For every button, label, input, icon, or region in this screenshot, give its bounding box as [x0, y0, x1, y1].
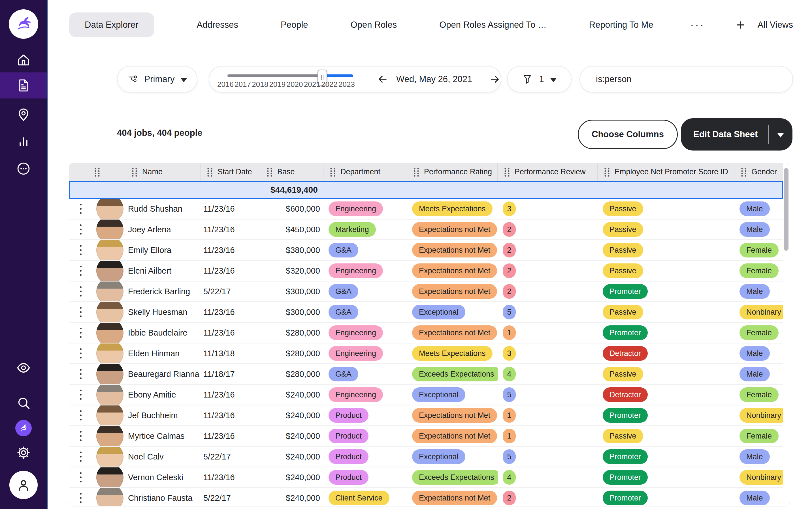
more-tabs-button[interactable]: ··· [690, 19, 705, 31]
row-menu-button[interactable] [79, 345, 83, 361]
timeline-control: 20162017201820192020202120222023 Wed, Ma… [209, 66, 501, 93]
all-views-link[interactable]: All Views [758, 20, 793, 30]
performance-rating-badge: Meets Expectations [412, 346, 493, 361]
department-badge: Product [329, 449, 369, 464]
hierarchy-view-selector[interactable]: Primary [117, 66, 197, 93]
watch-eye-icon[interactable] [16, 361, 31, 375]
performance-rating-badge: Expectations not Met [412, 429, 497, 443]
drag-handle-icon[interactable] [604, 167, 610, 177]
row-menu-button[interactable] [79, 242, 83, 258]
drag-handle-icon[interactable] [504, 167, 510, 177]
row-menu-button[interactable] [79, 201, 83, 217]
row-menu-button[interactable] [79, 449, 83, 465]
nav-home-icon[interactable] [16, 53, 31, 67]
view-tab[interactable]: Reporting To Me [589, 20, 653, 30]
cell-gender: Male [735, 199, 783, 219]
row-menu-button[interactable] [79, 428, 83, 444]
cell-gender: Nonbinary [735, 467, 783, 487]
view-tab[interactable]: Data Explorer [69, 12, 154, 37]
row-leading-cell [69, 281, 125, 301]
avatar[interactable] [96, 343, 124, 363]
drag-handle-icon[interactable] [330, 167, 336, 177]
choose-columns-button[interactable]: Choose Columns [578, 120, 678, 149]
org-rabbit-badge[interactable] [15, 420, 32, 436]
view-tab[interactable]: People [281, 20, 308, 30]
column-header[interactable]: Start Date [200, 163, 260, 181]
cell-department: G&A [323, 302, 407, 322]
row-menu-button[interactable] [79, 222, 83, 237]
nav-insights-icon[interactable] [16, 134, 31, 149]
row-menu-button[interactable] [79, 469, 83, 485]
avatar[interactable] [96, 281, 124, 301]
year-label: 2020 [287, 80, 303, 89]
timeline-slider-track[interactable] [227, 74, 353, 77]
avatar[interactable] [96, 426, 124, 446]
avatar[interactable] [96, 219, 124, 239]
previous-day-button[interactable] [376, 73, 389, 86]
gender-badge: Female [740, 263, 779, 278]
column-header[interactable]: Department [323, 163, 407, 181]
add-view-button[interactable]: + [736, 18, 745, 32]
avatar[interactable] [96, 302, 124, 322]
column-header[interactable]: Base [260, 163, 323, 181]
avatar[interactable] [96, 385, 124, 405]
search-icon[interactable] [16, 396, 31, 410]
column-header[interactable]: Performance Review [498, 163, 598, 181]
row-menu-button[interactable] [79, 407, 83, 423]
row-menu-button[interactable] [79, 490, 83, 506]
nav-locations-icon[interactable] [16, 107, 31, 122]
settings-gear-icon[interactable] [16, 445, 31, 460]
drag-handle-icon[interactable] [94, 167, 100, 177]
avatar[interactable] [96, 261, 124, 281]
next-day-button[interactable] [489, 73, 501, 86]
cell-nps: Promoter [598, 323, 735, 343]
drag-handle-icon[interactable] [413, 167, 419, 177]
avatar[interactable] [96, 488, 124, 506]
avatar[interactable] [96, 364, 124, 384]
row-menu-button[interactable] [79, 304, 83, 320]
column-header[interactable]: Name [125, 163, 200, 181]
view-tab[interactable]: Open Roles Assigned To … [439, 20, 546, 30]
avatar[interactable] [96, 199, 124, 219]
row-menu-button[interactable] [79, 366, 83, 382]
drag-handle-icon[interactable] [741, 167, 747, 177]
row-menu-button[interactable] [79, 325, 83, 341]
edit-data-sheet-button[interactable]: Edit Data Sheet [681, 118, 792, 150]
cell-base: $450,000 [260, 219, 323, 239]
cell-performance-rating: Expectations not Met [407, 405, 498, 425]
avatar[interactable] [96, 240, 124, 260]
avatar[interactable] [96, 405, 124, 425]
filter-count-button[interactable]: 1 [507, 66, 571, 93]
column-header[interactable]: Gender [735, 163, 783, 181]
drag-handle-icon[interactable] [131, 167, 138, 177]
nav-data-sheet-active[interactable] [0, 72, 47, 98]
current-date[interactable]: Wed, May 26, 2021 [396, 74, 481, 84]
avatar[interactable] [96, 447, 124, 467]
row-menu-button[interactable] [79, 283, 83, 299]
vertical-scrollbar-thumb[interactable] [784, 168, 788, 251]
column-header[interactable] [69, 163, 125, 181]
column-header[interactable]: Employee Net Promoter Score ID [598, 163, 735, 181]
profile-avatar-button[interactable] [9, 471, 38, 499]
search-input[interactable] [595, 74, 792, 84]
nav-more-icon[interactable] [16, 161, 31, 176]
cell-performance-review: 5 [498, 302, 598, 322]
drag-handle-icon[interactable] [267, 167, 273, 177]
avatar[interactable] [96, 323, 124, 343]
row-menu-button[interactable] [79, 387, 83, 403]
edit-data-sheet-dropdown[interactable] [769, 132, 792, 137]
cell-gender: Male [735, 281, 783, 301]
search-pill [580, 66, 793, 93]
cell-base: $240,000 [260, 447, 323, 467]
nps-badge: Promoter [603, 490, 648, 505]
cell-base: $240,000 [260, 488, 323, 506]
row-menu-button[interactable] [79, 263, 83, 279]
view-tab[interactable]: Open Roles [351, 20, 397, 30]
year-label: 2023 [339, 80, 355, 89]
drag-handle-icon[interactable] [207, 167, 213, 177]
column-header[interactable]: Performance Rating [407, 163, 498, 181]
nps-badge: Passive [603, 201, 643, 216]
view-tab[interactable]: Addresses [197, 20, 238, 30]
avatar[interactable] [96, 467, 124, 487]
cell-performance-review: 5 [498, 385, 598, 405]
